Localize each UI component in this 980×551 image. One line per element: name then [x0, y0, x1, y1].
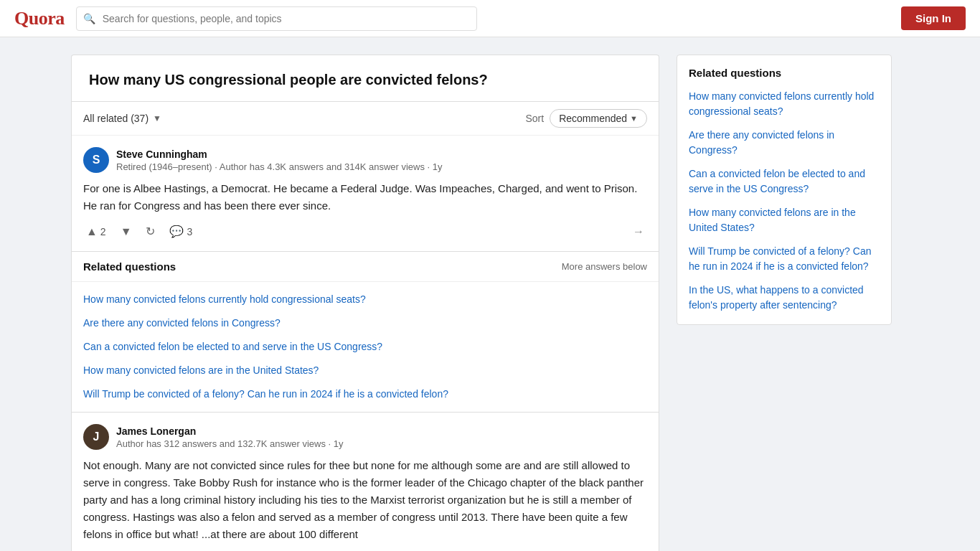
upvote-icon: ▲ — [86, 225, 98, 238]
sign-in-button[interactable]: Sign In — [901, 6, 966, 30]
related-link-5[interactable]: Will Trump be convicted of a felony? Can… — [83, 388, 448, 400]
question-card: How many US congressional people are con… — [71, 55, 659, 101]
share-icon: → — [633, 225, 644, 238]
answer-text: For one is Albee Hastings, a Democrat. H… — [83, 180, 647, 215]
related-questions-inline: Related questions More answers below How… — [71, 252, 659, 413]
related-link-2[interactable]: Are there any convicted felons in Congre… — [83, 317, 281, 329]
author-name-2[interactable]: James Lonergan — [116, 425, 344, 437]
list-item: Can a convicted felon be elected to and … — [72, 335, 659, 359]
author-meta: Retired (1946–present) · Author has 4.3K… — [116, 161, 443, 172]
answers-toolbar: All related (37) ▼ Sort Recommended ▼ — [72, 102, 659, 136]
author-info: Steve Cunningham Retired (1946–present) … — [116, 149, 443, 172]
reshare-button[interactable]: ↻ — [143, 223, 158, 240]
comment-button[interactable]: 💬 3 — [166, 223, 195, 240]
list-item: Can a convicted felon be elected to and … — [689, 166, 880, 197]
upvote-count: 2 — [100, 226, 106, 237]
search-bar-container: 🔍 — [76, 6, 477, 31]
quora-logo[interactable]: Quora — [14, 8, 65, 29]
answer-item: S Steve Cunningham Retired (1946–present… — [72, 136, 659, 251]
sidebar-link-4[interactable]: How many convicted felons are in the Uni… — [689, 207, 856, 233]
sort-area: Sort Recommended ▼ — [525, 109, 647, 128]
sidebar-title: Related questions — [689, 67, 880, 79]
list-item: How many convicted felons currently hold… — [72, 288, 659, 311]
related-questions-title: Related questions — [83, 260, 176, 273]
author-info-2: James Lonergan Author has 312 answers an… — [116, 425, 344, 449]
sort-dropdown[interactable]: Recommended ▼ — [550, 109, 647, 128]
list-item: Will Trump be convicted of a felony? Can… — [72, 382, 659, 406]
answer-item-2: J James Lonergan Author has 312 answers … — [72, 413, 659, 551]
sidebar-link-2[interactable]: Are there any convicted felons in Congre… — [689, 129, 834, 156]
search-input[interactable] — [76, 6, 477, 31]
sidebar: Related questions How many convicted fel… — [677, 55, 892, 325]
list-item: Are there any convicted felons in Congre… — [689, 128, 880, 158]
list-item: Are there any convicted felons in Congre… — [72, 311, 659, 335]
upvote-button[interactable]: ▲ 2 — [83, 224, 109, 240]
all-related-label: All related (37) — [83, 113, 149, 124]
avatar-2: J — [83, 424, 109, 450]
list-item: How many convicted felons are in the Uni… — [72, 359, 659, 382]
sidebar-card: Related questions How many convicted fel… — [677, 55, 892, 325]
comment-icon: 💬 — [169, 225, 184, 238]
chevron-down-icon: ▼ — [153, 113, 161, 123]
related-link-3[interactable]: Can a convicted felon be elected to and … — [83, 341, 382, 352]
related-questions-list: How many convicted felons currently hold… — [72, 282, 659, 412]
sort-label: Sort — [525, 113, 544, 124]
related-link-4[interactable]: How many convicted felons are in the Uni… — [83, 364, 319, 376]
author-row: S Steve Cunningham Retired (1946–present… — [83, 147, 647, 173]
sidebar-link-5[interactable]: Will Trump be convicted of a felony? Can… — [689, 245, 871, 272]
list-item: Will Trump be convicted of a felony? Can… — [689, 244, 880, 274]
share-button[interactable]: → — [630, 224, 647, 240]
search-icon: 🔍 — [83, 13, 95, 24]
second-answer-wrapper: J James Lonergan Author has 312 answers … — [71, 413, 659, 551]
answer-actions: ▲ 2 ▼ ↻ 💬 3 → — [83, 223, 647, 240]
recommended-label: Recommended — [559, 113, 627, 124]
all-related-filter[interactable]: All related (37) ▼ — [83, 113, 161, 124]
author-row-2: J James Lonergan Author has 312 answers … — [83, 424, 647, 450]
main-content: How many US congressional people are con… — [71, 55, 659, 551]
downvote-icon: ▼ — [121, 225, 132, 238]
sidebar-link-3[interactable]: Can a convicted felon be elected to and … — [689, 168, 865, 194]
reshare-icon: ↻ — [146, 225, 155, 238]
answers-wrapper: All related (37) ▼ Sort Recommended ▼ S … — [71, 101, 659, 252]
more-answers-label: More answers below — [562, 261, 647, 272]
sidebar-link-6[interactable]: In the US, what happens to a convicted f… — [689, 284, 864, 311]
dropdown-chevron-icon: ▼ — [630, 114, 638, 123]
related-questions-header: Related questions More answers below — [72, 252, 659, 282]
avatar: S — [83, 147, 109, 173]
list-item: How many convicted felons are in the Uni… — [689, 205, 880, 235]
sidebar-link-1[interactable]: How many convicted felons currently hold… — [689, 90, 874, 117]
list-item: In the US, what happens to a convicted f… — [689, 283, 880, 313]
header: Quora 🔍 Sign In — [0, 0, 980, 37]
related-link-1[interactable]: How many convicted felons currently hold… — [83, 293, 366, 305]
author-meta-2: Author has 312 answers and 132.7K answer… — [116, 438, 344, 449]
author-name[interactable]: Steve Cunningham — [116, 149, 443, 160]
answer-text-2: Not enough. Many are not convicted since… — [83, 457, 647, 543]
question-title: How many US congressional people are con… — [89, 70, 641, 90]
page-layout: How many US congressional people are con… — [60, 37, 920, 551]
sidebar-links: How many convicted felons currently hold… — [689, 89, 880, 313]
list-item: How many convicted felons currently hold… — [689, 89, 880, 119]
comment-count: 3 — [187, 226, 192, 237]
downvote-button[interactable]: ▼ — [118, 224, 135, 240]
